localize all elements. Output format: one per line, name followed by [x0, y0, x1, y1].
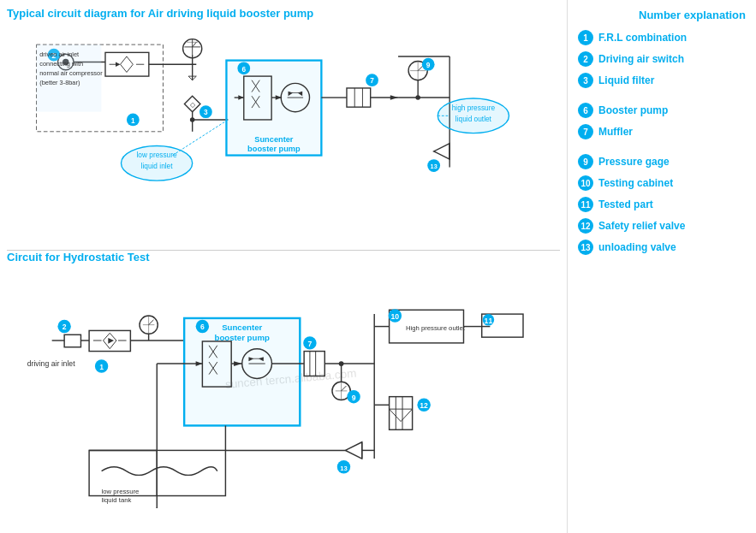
num-label-13: unloading valve: [598, 241, 676, 253]
svg-point-138: [339, 361, 344, 366]
svg-text:liquid inlet: liquid inlet: [141, 162, 174, 170]
svg-line-19: [193, 42, 197, 47]
num-label-10: Testing cabinet: [598, 177, 673, 189]
svg-text:12: 12: [420, 401, 428, 410]
svg-text:connecting with: connecting with: [39, 60, 83, 68]
svg-text:7: 7: [370, 76, 374, 85]
num-badge-6: 6: [578, 103, 593, 118]
num-label-2: Driving air switch: [598, 53, 684, 65]
svg-text:high pressure: high pressure: [452, 104, 496, 112]
svg-text:liquid outlet: liquid outlet: [455, 115, 492, 123]
svg-line-99: [149, 320, 154, 325]
svg-text:10: 10: [391, 312, 400, 321]
bottom-title: Circuit for Hydrostatic Test: [7, 251, 560, 264]
top-circuit-svg: ⊗ 2 1: [7, 25, 560, 234]
svg-text:3: 3: [204, 108, 208, 116]
svg-text:Suncenter: Suncenter: [254, 135, 294, 144]
num-badge-11: 11: [578, 197, 593, 212]
svg-text:booster pump: booster pump: [247, 145, 301, 153]
svg-text:9: 9: [352, 394, 356, 402]
number-item-11: 11 Tested part: [578, 197, 746, 212]
svg-text:High pressure outlet: High pressure outlet: [406, 324, 466, 332]
svg-text:driving air inlet: driving air inlet: [27, 359, 76, 368]
svg-text:booster pump: booster pump: [215, 333, 270, 342]
number-item-13: 13 unloading valve: [578, 240, 746, 255]
svg-text:2: 2: [63, 323, 67, 331]
svg-line-133: [342, 386, 347, 391]
right-panel: Number explanation 1 F.R.L combination 2…: [568, 0, 756, 533]
svg-marker-11: [116, 62, 121, 67]
svg-marker-95: [108, 338, 114, 344]
number-item-10: 10 Testing cabinet: [578, 175, 746, 191]
num-label-1: F.R.L combination: [598, 32, 687, 44]
svg-text:◇: ◇: [190, 100, 196, 109]
svg-point-65: [415, 95, 420, 100]
number-item-7: 7 Muffler: [578, 124, 746, 139]
svg-rect-50: [347, 88, 371, 107]
diagram-area: Typical circuit diagram for Air driving …: [0, 0, 568, 533]
svg-point-29: [190, 117, 195, 122]
number-item-2: 2 Driving air switch: [578, 51, 746, 67]
num-badge-3: 3: [578, 73, 593, 88]
svg-text:9: 9: [426, 61, 431, 69]
num-label-12: Safety relief valve: [598, 220, 685, 232]
svg-marker-68: [434, 144, 449, 159]
svg-line-79: [173, 120, 229, 156]
svg-text:Suncenter: Suncenter: [222, 323, 262, 332]
svg-text:driven air inlet: driven air inlet: [39, 50, 79, 58]
svg-rect-86: [64, 335, 80, 346]
number-item-6: 6 Booster pump: [578, 103, 746, 118]
num-badge-13: 13: [578, 240, 593, 255]
svg-text:6: 6: [241, 65, 246, 74]
num-badge-12: 12: [578, 218, 593, 234]
svg-text:low pressure: low pressure: [102, 488, 140, 495]
svg-marker-8: [121, 56, 134, 72]
svg-text:13: 13: [340, 465, 348, 472]
svg-marker-151: [390, 409, 413, 421]
bottom-circuit-svg: suncen tercn.alibaba.com 2: [7, 269, 560, 508]
svg-text:normal air compressor: normal air compressor: [39, 69, 103, 77]
svg-text:1: 1: [99, 363, 104, 371]
num-badge-1: 1: [578, 30, 593, 45]
svg-text:6: 6: [200, 323, 205, 331]
number-item-1: 1 F.R.L combination: [578, 30, 746, 45]
number-item-12: 12 Safety relief valve: [578, 218, 746, 234]
right-panel-title: Number explanation: [578, 9, 746, 21]
svg-text:13: 13: [431, 163, 438, 170]
top-diagram: Typical circuit diagram for Air driving …: [7, 7, 560, 251]
num-badge-10: 10: [578, 175, 593, 191]
top-title: Typical circuit diagram for Air driving …: [7, 7, 560, 20]
svg-text:11: 11: [485, 317, 493, 325]
svg-text:low pressure: low pressure: [137, 151, 178, 159]
num-label-9: Pressure gage: [598, 156, 670, 168]
num-badge-9: 9: [578, 154, 593, 169]
number-item-3: 3 Liquid filter: [578, 73, 746, 88]
svg-line-61: [418, 66, 423, 71]
svg-marker-56: [390, 95, 398, 100]
number-item-9: 9 Pressure gage: [578, 154, 746, 169]
num-label-3: Liquid filter: [598, 74, 654, 86]
num-label-11: Tested part: [598, 198, 653, 210]
svg-text:(better 3-8bar): (better 3-8bar): [39, 79, 80, 86]
svg-text:1: 1: [131, 116, 135, 125]
num-label-7: Muffler: [598, 126, 633, 138]
svg-text:liquid tank: liquid tank: [102, 496, 132, 504]
num-badge-2: 2: [578, 51, 593, 67]
bottom-diagram: Circuit for Hydrostatic Test suncen terc…: [7, 251, 560, 516]
svg-marker-154: [345, 442, 361, 459]
num-badge-7: 7: [578, 124, 593, 139]
main-container: Typical circuit diagram for Air driving …: [0, 0, 756, 533]
num-label-6: Booster pump: [598, 104, 668, 116]
svg-text:7: 7: [307, 340, 312, 348]
